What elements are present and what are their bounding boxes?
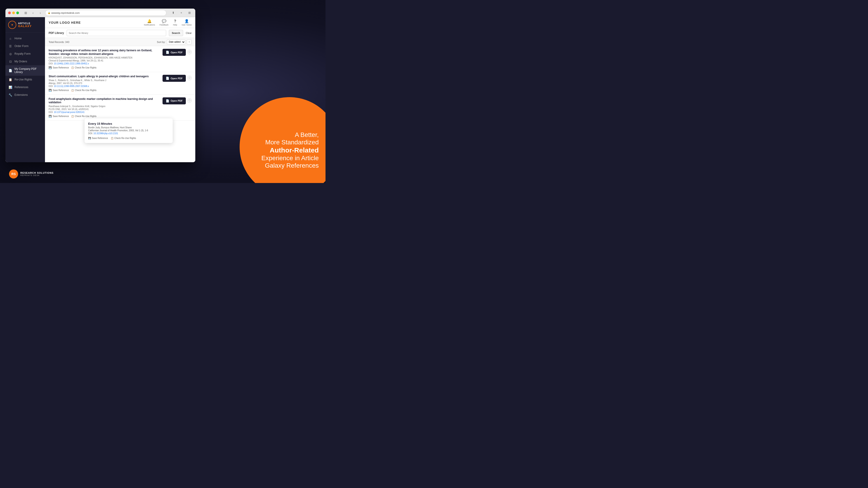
- help-button[interactable]: ? Help: [173, 19, 177, 26]
- paper-item-2: Short communication: Lupin allergy in pe…: [45, 72, 195, 95]
- paper-actions-3: 💾 Save Reference 📋 Check Re-Use Rights: [49, 115, 160, 118]
- clear-button[interactable]: Clear: [186, 32, 192, 34]
- tooltip-doi-link[interactable]: 10.32398/cjhp.v1i3.2101: [93, 132, 118, 135]
- check-reuse-button-3[interactable]: 📋 Check Re-Use Rights: [71, 115, 96, 118]
- grid-icon[interactable]: ⊞: [186, 10, 193, 15]
- browser-chrome: ⊞ ‹ › 🔒 wwwstg.reprintsdesk.com ⬆ + ⊞: [5, 8, 195, 17]
- sidebar-item-pdf-library[interactable]: 📄 My Company PDF Library: [5, 65, 45, 76]
- my-orders-icon: ⊡: [8, 60, 12, 63]
- tooltip-actions: 💾 Save Reference 📋 Check Re-Use Rights: [88, 137, 169, 139]
- info-button-1[interactable]: ⓘ: [187, 50, 192, 54]
- browser-actions: ⬆ + ⊞: [170, 10, 193, 15]
- feedback-button[interactable]: 💬 Feedback: [160, 19, 168, 26]
- paper-actions-1: 💾 Save Reference 📋 Check Re-Use Rights: [49, 66, 160, 69]
- check-reuse-button-1[interactable]: 📋 Check Re-Use Rights: [71, 66, 96, 69]
- sidebar-item-re-use-rights-label: Re-Use Rights: [14, 78, 32, 81]
- sidebar-item-re-use-rights[interactable]: 📋 Re-Use Rights: [5, 76, 45, 84]
- top-bar: YOUR LOGO HERE 🔔 Notifications 💬 Feedbac…: [45, 17, 195, 28]
- results-list: Increasing prevalence of asthma over 12 …: [45, 46, 195, 162]
- paper-doi-link-3[interactable]: 10.1371/journal.pone.0283141: [54, 111, 85, 113]
- share-icon[interactable]: ⬆: [170, 10, 176, 15]
- sidebar-item-royalty-form[interactable]: ◎ Royalty Form: [5, 50, 45, 58]
- back-button[interactable]: ‹: [30, 10, 36, 15]
- close-button[interactable]: [8, 11, 11, 14]
- paper-journal-2: Allergy, 2007, Vol 63 (3), 370-373: [49, 82, 160, 85]
- sort-select[interactable]: Date added: [167, 39, 185, 44]
- open-pdf-button-1[interactable]: 📄 Open PDF: [162, 49, 186, 56]
- paper-item-4: IgE cross-inhibition between Ara h 1 and…: [45, 161, 195, 162]
- paper-right-2: 📄 Open PDF ⓘ: [162, 75, 192, 82]
- help-label: Help: [173, 24, 177, 26]
- tooltip-doi: DOI: 10.32398/cjhp.v1i3.2101: [88, 132, 169, 135]
- url-text: wwwstg.reprintsdesk.com: [51, 11, 80, 14]
- paper-title-3: Food anaphylaxis diagnostic marker compi…: [49, 97, 160, 104]
- tooltip-card: Every 15 Minutes Bordin Judy, Bumpus Mat…: [85, 119, 173, 143]
- sidebar-item-extensions[interactable]: 🔧 Extensions: [5, 91, 45, 99]
- promo-line2: More Standardized: [261, 138, 319, 146]
- help-icon: ?: [174, 19, 176, 23]
- sidebar-logo: ✦ ARTICLE GALAXY: [5, 17, 45, 33]
- paper-journal-3: PLOS ONE, 2023, Vol 18 (4), e0283141: [49, 108, 160, 110]
- traffic-lights: [8, 11, 19, 14]
- minimize-button[interactable]: [12, 11, 15, 14]
- check-reuse-icon-2: 📋: [71, 89, 74, 92]
- paper-doi-2: DOI: 10.1111/j.1398-9995.2007.01568.x: [49, 85, 160, 88]
- save-reference-button-1[interactable]: 💾 Save Reference: [49, 66, 69, 69]
- notifications-button[interactable]: 🔔 Notifications: [144, 19, 155, 26]
- logo-icon: ✦: [8, 21, 16, 29]
- search-button[interactable]: Search: [169, 30, 183, 36]
- paper-authors-3: Randhawa Inderpal S., Groshenkov Kirill,…: [49, 105, 160, 107]
- open-pdf-button-3[interactable]: 📄 Open PDF: [162, 97, 186, 104]
- browser-controls: ⊞ ‹ ›: [23, 10, 43, 15]
- paper-doi-link-1[interactable]: 10.1046/j.1365-2222.1999.00452.x: [54, 62, 89, 65]
- lock-icon: 🔒: [48, 11, 51, 14]
- new-tab-icon[interactable]: +: [178, 10, 184, 15]
- logo-galaxy: GALAXY: [18, 25, 32, 28]
- footer-company: RESEARCH SOLUTIONS: [20, 171, 54, 174]
- save-reference-button-2[interactable]: 💾 Save Reference: [49, 89, 69, 92]
- address-bar[interactable]: 🔒 wwwstg.reprintsdesk.com: [45, 10, 166, 16]
- feedback-label: Feedback: [160, 24, 168, 26]
- paper-doi-link-2[interactable]: 10.1111/j.1398-9995.2007.01568.x: [54, 85, 89, 88]
- pdf-library-bar: PDF Library Search Clear: [45, 28, 195, 38]
- tooltip-check-reuse-button[interactable]: 📋 Check Re-Use Rights: [111, 137, 136, 139]
- promo-text: A Better, More Standardized Author-Relat…: [261, 131, 319, 169]
- sidebar-item-references[interactable]: 📊 References: [5, 84, 45, 91]
- window-manager-icon[interactable]: ⊞: [23, 10, 29, 15]
- tooltip-save-reference-button[interactable]: 💾 Save Reference: [88, 137, 108, 139]
- user-menu-button[interactable]: 👤 Ivan Yanez: [182, 19, 192, 26]
- paper-info-1: Increasing prevalence of asthma over 12 …: [49, 49, 160, 69]
- browser-window: ⊞ ‹ › 🔒 wwwstg.reprintsdesk.com ⬆ + ⊞ ✦ …: [5, 8, 195, 162]
- sort-direction-button[interactable]: ↑: [187, 39, 192, 44]
- info-button-2[interactable]: ⓘ: [187, 76, 192, 80]
- sidebar-item-home-label: Home: [14, 37, 22, 40]
- sidebar-item-order-form[interactable]: ☰ Order Form: [5, 42, 45, 50]
- sidebar: ✦ ARTICLE GALAXY ⌂ Home ☰ Order Form ◎ R…: [5, 17, 45, 162]
- pdf-library-icon: 📄: [8, 69, 12, 72]
- forward-button[interactable]: ›: [37, 10, 43, 15]
- search-input-wrapper: [67, 30, 166, 36]
- sidebar-item-my-orders[interactable]: ⊡ My Orders: [5, 58, 45, 65]
- footer: RS RESEARCH SOLUTIONS REPRINTS DESK: [9, 169, 54, 178]
- search-input[interactable]: [67, 30, 166, 36]
- sort-by-label: Sort by:: [157, 41, 165, 43]
- sidebar-item-home[interactable]: ⌂ Home: [5, 35, 45, 42]
- tooltip-check-icon: 📋: [111, 137, 114, 139]
- re-use-rights-icon: 📋: [8, 78, 12, 81]
- extensions-icon: 🔧: [8, 93, 12, 97]
- maximize-button[interactable]: [16, 11, 19, 14]
- paper-right-1: 📄 Open PDF ⓘ: [162, 49, 192, 56]
- check-reuse-button-2[interactable]: 📋 Check Re-Use Rights: [71, 89, 96, 92]
- paper-item-1: Increasing prevalence of asthma over 12 …: [45, 46, 195, 72]
- info-button-3[interactable]: ⓘ: [187, 98, 192, 103]
- save-reference-button-3[interactable]: 💾 Save Reference: [49, 115, 69, 118]
- promo-line4: Experience in Article: [261, 154, 319, 162]
- user-icon: 👤: [184, 19, 189, 23]
- paper-title-1: Increasing prevalence of asthma over 12 …: [49, 49, 160, 56]
- open-pdf-button-2[interactable]: 📄 Open PDF: [162, 75, 186, 82]
- sidebar-nav: ⌂ Home ☰ Order Form ◎ Royalty Form ⊡ My …: [5, 33, 45, 162]
- footer-logo: RS: [9, 169, 18, 178]
- sidebar-item-royalty-form-label: Royalty Form: [14, 52, 31, 55]
- logo-text-block: ARTICLE GALAXY: [18, 22, 32, 28]
- paper-authors-2: Shaw J., Roberts G., Grimshaw K., White …: [49, 79, 160, 82]
